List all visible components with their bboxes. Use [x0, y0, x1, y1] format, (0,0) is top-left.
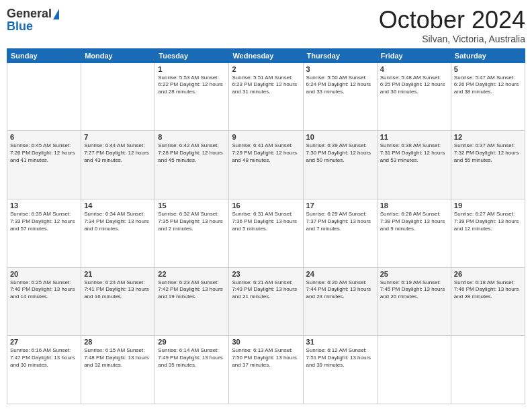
calendar-cell: 6Sunrise: 6:45 AM Sunset: 7:26 PM Daylig…	[7, 131, 81, 199]
calendar-cell: 28Sunrise: 6:15 AM Sunset: 7:48 PM Dayli…	[81, 336, 155, 404]
calendar-cell	[451, 336, 525, 404]
day-number: 22	[158, 270, 226, 278]
day-number: 31	[306, 338, 374, 346]
day-number: 23	[232, 270, 300, 278]
cell-info: Sunrise: 6:32 AM Sunset: 7:35 PM Dayligh…	[158, 211, 226, 232]
calendar-header-row: SundayMondayTuesdayWednesdayThursdayFrid…	[7, 48, 525, 62]
cell-info: Sunrise: 6:21 AM Sunset: 7:43 PM Dayligh…	[232, 279, 300, 301]
calendar-cell: 1Sunrise: 5:53 AM Sunset: 6:22 PM Daylig…	[155, 62, 229, 131]
cell-info: Sunrise: 6:18 AM Sunset: 7:46 PM Dayligh…	[454, 279, 522, 301]
logo-triangle-icon	[53, 9, 59, 19]
calendar-week-row: 6Sunrise: 6:45 AM Sunset: 7:26 PM Daylig…	[7, 131, 525, 199]
cell-info: Sunrise: 6:39 AM Sunset: 7:30 PM Dayligh…	[306, 142, 374, 164]
cell-info: Sunrise: 6:16 AM Sunset: 7:47 PM Dayligh…	[10, 347, 78, 369]
day-number: 30	[232, 338, 300, 346]
day-number: 8	[158, 133, 226, 141]
cell-info: Sunrise: 6:23 AM Sunset: 7:42 PM Dayligh…	[158, 279, 226, 301]
cell-info: Sunrise: 6:20 AM Sunset: 7:44 PM Dayligh…	[306, 279, 374, 301]
month-title: October 2024	[379, 7, 525, 34]
calendar-cell	[377, 336, 451, 404]
day-number: 7	[84, 133, 152, 141]
cell-info: Sunrise: 6:35 AM Sunset: 7:33 PM Dayligh…	[10, 211, 78, 232]
calendar-cell: 16Sunrise: 6:31 AM Sunset: 7:36 PM Dayli…	[229, 199, 303, 267]
calendar-table: SundayMondayTuesdayWednesdayThursdayFrid…	[7, 48, 525, 404]
calendar-cell: 2Sunrise: 5:51 AM Sunset: 6:23 PM Daylig…	[229, 62, 303, 131]
cell-info: Sunrise: 6:14 AM Sunset: 7:49 PM Dayligh…	[158, 347, 226, 369]
day-number: 5	[454, 65, 522, 73]
cell-info: Sunrise: 6:24 AM Sunset: 7:41 PM Dayligh…	[84, 279, 152, 301]
cell-info: Sunrise: 5:53 AM Sunset: 6:22 PM Dayligh…	[158, 75, 226, 96]
calendar-col-header: Thursday	[303, 48, 377, 62]
calendar-col-header: Sunday	[7, 48, 81, 62]
calendar-cell: 12Sunrise: 6:37 AM Sunset: 7:32 PM Dayli…	[451, 131, 525, 199]
day-number: 4	[380, 65, 448, 73]
cell-info: Sunrise: 6:34 AM Sunset: 7:34 PM Dayligh…	[84, 211, 152, 232]
calendar-cell: 21Sunrise: 6:24 AM Sunset: 7:41 PM Dayli…	[81, 267, 155, 336]
cell-info: Sunrise: 6:29 AM Sunset: 7:37 PM Dayligh…	[306, 211, 374, 232]
cell-info: Sunrise: 5:50 AM Sunset: 6:24 PM Dayligh…	[306, 75, 374, 96]
cell-info: Sunrise: 6:31 AM Sunset: 7:36 PM Dayligh…	[232, 211, 300, 232]
day-number: 29	[158, 338, 226, 346]
calendar-cell: 3Sunrise: 5:50 AM Sunset: 6:24 PM Daylig…	[303, 62, 377, 131]
cell-info: Sunrise: 6:38 AM Sunset: 7:31 PM Dayligh…	[380, 142, 448, 164]
calendar-week-row: 27Sunrise: 6:16 AM Sunset: 7:47 PM Dayli…	[7, 336, 525, 404]
calendar-cell: 13Sunrise: 6:35 AM Sunset: 7:33 PM Dayli…	[7, 199, 81, 267]
cell-info: Sunrise: 6:15 AM Sunset: 7:48 PM Dayligh…	[84, 347, 152, 369]
logo: General Blue	[7, 7, 59, 34]
day-number: 16	[232, 201, 300, 210]
calendar-col-header: Friday	[377, 48, 451, 62]
calendar-cell: 10Sunrise: 6:39 AM Sunset: 7:30 PM Dayli…	[303, 131, 377, 199]
calendar-cell: 29Sunrise: 6:14 AM Sunset: 7:49 PM Dayli…	[155, 336, 229, 404]
calendar-cell: 7Sunrise: 6:44 AM Sunset: 7:27 PM Daylig…	[81, 131, 155, 199]
calendar-col-header: Monday	[81, 48, 155, 62]
day-number: 1	[158, 65, 226, 73]
cell-info: Sunrise: 5:48 AM Sunset: 6:25 PM Dayligh…	[380, 75, 448, 96]
cell-info: Sunrise: 6:12 AM Sunset: 7:51 PM Dayligh…	[306, 347, 374, 369]
day-number: 2	[232, 65, 300, 73]
day-number: 14	[84, 201, 152, 210]
calendar-cell: 27Sunrise: 6:16 AM Sunset: 7:47 PM Dayli…	[7, 336, 81, 404]
calendar-cell: 24Sunrise: 6:20 AM Sunset: 7:44 PM Dayli…	[303, 267, 377, 336]
calendar-cell: 9Sunrise: 6:41 AM Sunset: 7:29 PM Daylig…	[229, 131, 303, 199]
calendar-week-row: 13Sunrise: 6:35 AM Sunset: 7:33 PM Dayli…	[7, 199, 525, 267]
day-number: 3	[306, 65, 374, 73]
calendar-cell: 8Sunrise: 6:42 AM Sunset: 7:28 PM Daylig…	[155, 131, 229, 199]
day-number: 24	[306, 270, 374, 278]
day-number: 25	[380, 270, 448, 278]
day-number: 13	[10, 201, 78, 210]
calendar-cell: 30Sunrise: 6:13 AM Sunset: 7:50 PM Dayli…	[229, 336, 303, 404]
cell-info: Sunrise: 6:27 AM Sunset: 7:39 PM Dayligh…	[454, 211, 522, 232]
calendar-col-header: Saturday	[451, 48, 525, 62]
cell-info: Sunrise: 6:37 AM Sunset: 7:32 PM Dayligh…	[454, 142, 522, 164]
calendar-cell: 11Sunrise: 6:38 AM Sunset: 7:31 PM Dayli…	[377, 131, 451, 199]
calendar-cell: 5Sunrise: 5:47 AM Sunset: 6:26 PM Daylig…	[451, 62, 525, 131]
calendar-cell: 20Sunrise: 6:25 AM Sunset: 7:40 PM Dayli…	[7, 267, 81, 336]
cell-info: Sunrise: 6:25 AM Sunset: 7:40 PM Dayligh…	[10, 279, 78, 301]
day-number: 26	[454, 270, 522, 278]
day-number: 9	[232, 133, 300, 141]
cell-info: Sunrise: 5:51 AM Sunset: 6:23 PM Dayligh…	[232, 75, 300, 96]
calendar-cell: 4Sunrise: 5:48 AM Sunset: 6:25 PM Daylig…	[377, 62, 451, 131]
day-number: 18	[380, 201, 448, 210]
day-number: 15	[158, 201, 226, 210]
cell-info: Sunrise: 6:13 AM Sunset: 7:50 PM Dayligh…	[232, 347, 300, 369]
day-number: 27	[10, 338, 78, 346]
day-number: 17	[306, 201, 374, 210]
day-number: 28	[84, 338, 152, 346]
day-number: 20	[10, 270, 78, 278]
page: General Blue October 2024 Silvan, Victor…	[0, 0, 532, 411]
calendar-cell: 23Sunrise: 6:21 AM Sunset: 7:43 PM Dayli…	[229, 267, 303, 336]
cell-info: Sunrise: 6:44 AM Sunset: 7:27 PM Dayligh…	[84, 142, 152, 164]
calendar-cell	[81, 62, 155, 131]
logo-blue-text: Blue	[7, 19, 33, 34]
cell-info: Sunrise: 5:47 AM Sunset: 6:26 PM Dayligh…	[454, 75, 522, 96]
calendar-cell: 17Sunrise: 6:29 AM Sunset: 7:37 PM Dayli…	[303, 199, 377, 267]
day-number: 6	[10, 133, 78, 141]
day-number: 10	[306, 133, 374, 141]
day-number: 19	[454, 201, 522, 210]
logo-general-text: General	[7, 7, 52, 21]
calendar-cell: 31Sunrise: 6:12 AM Sunset: 7:51 PM Dayli…	[303, 336, 377, 404]
day-number: 11	[380, 133, 448, 141]
cell-info: Sunrise: 6:42 AM Sunset: 7:28 PM Dayligh…	[158, 142, 226, 164]
day-number: 12	[454, 133, 522, 141]
